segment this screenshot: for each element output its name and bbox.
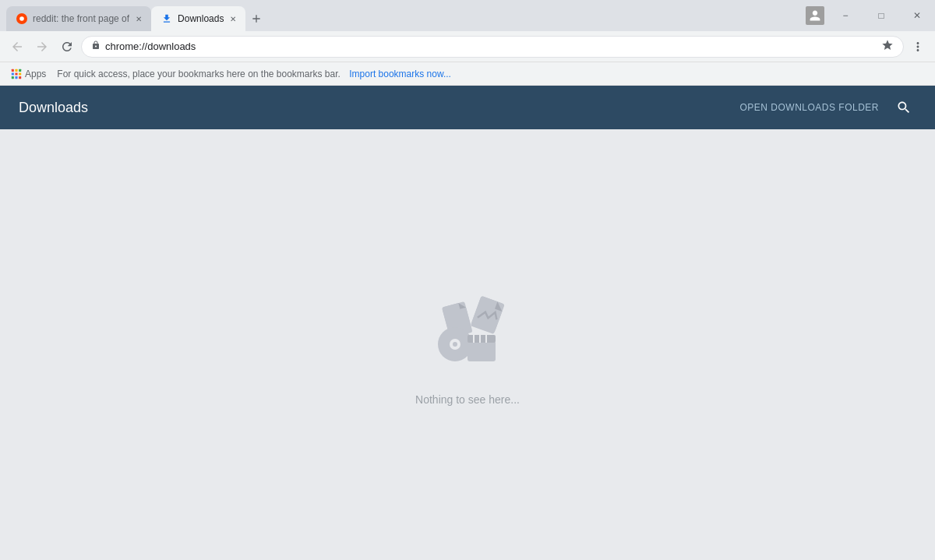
svg-rect-5 [12, 72, 14, 75]
empty-illustration [421, 284, 514, 378]
tab-reddit-title: reddit: the front page of [33, 13, 129, 24]
downloads-page-title: Downloads [19, 100, 739, 116]
tab-downloads[interactable]: Downloads ✕ [151, 6, 245, 31]
svg-rect-7 [19, 72, 21, 75]
back-button[interactable] [6, 36, 28, 58]
open-downloads-folder-button[interactable]: OPEN DOWNLOADS FOLDER [739, 102, 879, 113]
tab-downloads-close[interactable]: ✕ [227, 12, 239, 25]
svg-rect-3 [15, 69, 17, 71]
bookmark-star-icon[interactable] [881, 39, 894, 55]
svg-rect-9 [15, 76, 17, 79]
svg-rect-4 [19, 69, 21, 71]
chrome-menu-button[interactable] [907, 36, 929, 58]
security-icon [91, 41, 101, 52]
downloads-header: Downloads OPEN DOWNLOADS FOLDER [0, 86, 935, 129]
svg-rect-10 [19, 76, 21, 79]
downloads-content-area: Nothing to see here... [0, 129, 935, 560]
tab-downloads-title: Downloads [178, 13, 224, 24]
apps-label: Apps [25, 69, 46, 79]
svg-rect-6 [15, 72, 17, 75]
import-bookmarks-link[interactable]: Import bookmarks now... [349, 69, 451, 79]
minimize-button[interactable]: − [827, 3, 863, 28]
bookmarks-bar: Apps For quick access, place your bookma… [0, 62, 935, 86]
bookmarks-hint-text: For quick access, place your bookmarks h… [57, 69, 340, 79]
tab-reddit-close[interactable]: ✕ [132, 12, 145, 25]
reload-button[interactable] [56, 36, 78, 58]
empty-state: Nothing to see here... [415, 284, 520, 406]
search-downloads-button[interactable] [891, 95, 916, 120]
reddit-favicon [16, 12, 28, 25]
svg-rect-16 [468, 341, 496, 361]
svg-point-14 [453, 342, 457, 347]
address-bar[interactable] [81, 36, 904, 58]
toolbar [0, 31, 935, 62]
svg-point-1 [19, 16, 24, 21]
svg-rect-17 [468, 335, 496, 343]
downloads-favicon [161, 12, 173, 25]
svg-rect-2 [12, 69, 14, 71]
new-tab-button[interactable] [245, 8, 267, 30]
svg-rect-8 [12, 76, 14, 79]
tab-reddit[interactable]: reddit: the front page of ✕ [6, 6, 151, 31]
window-controls: − □ ✕ [803, 0, 935, 31]
profile-button[interactable] [806, 6, 824, 25]
apps-button[interactable]: Apps [6, 67, 51, 81]
forward-button[interactable] [31, 36, 53, 58]
close-button[interactable]: ✕ [899, 3, 935, 28]
empty-message: Nothing to see here... [415, 393, 520, 406]
tab-strip: reddit: the front page of ✕ Downloads ✕ [0, 0, 803, 31]
title-bar: reddit: the front page of ✕ Downloads ✕ [0, 0, 935, 31]
maximize-button[interactable]: □ [863, 3, 899, 28]
address-input[interactable] [105, 41, 877, 52]
